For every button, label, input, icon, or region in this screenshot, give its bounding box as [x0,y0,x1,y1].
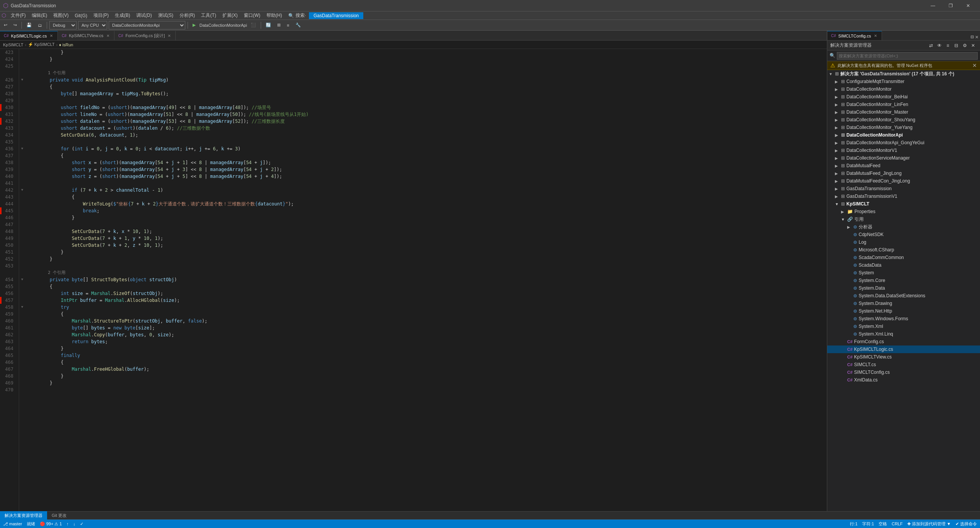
tree-DataMutualFeed[interactable]: ▶ ⊞ DataMutualFeed [827,162,980,169]
debug-config-dropdown[interactable]: Debug Release [49,21,77,29]
tree-ref-Analyzers[interactable]: ▶ ⊚ 分析器 [827,223,980,231]
collapse-all-button[interactable]: ⊟ [952,42,960,49]
tree-ref-SystemDataDataSetExtensions[interactable]: ▶ ⊚ System.Data.DataSetExtensions [827,292,980,300]
tree-ref-SystemXml[interactable]: ▶ ⊚ System.Xml [827,323,980,330]
tree-file-FormConfig[interactable]: ▶ C# FormConfig.cs [827,338,980,345]
status-check[interactable]: ✓ [80,521,83,526]
tree-ref-CdpNetSDK[interactable]: ▶ ⊚ CdpNetSDK [827,231,980,238]
status-down-arrow[interactable]: ↓ [73,521,75,526]
tree-GasDataTransmissionV1[interactable]: ▶ ⊞ GasDataTransmissionV1 [827,192,980,200]
tab-simcltconfig[interactable]: C# SIMCLTConfig.cs ✕ [827,31,882,40]
git-changes-tab[interactable]: Git 更改 [47,511,71,520]
menu-edit[interactable]: 编辑(E) [29,11,50,20]
tree-ref-SystemDrawing[interactable]: ▶ ⊚ System.Drawing [827,300,980,307]
tree-ref-Log[interactable]: ▶ ⊚ Log [827,238,980,246]
tab-close-kpsimcltlogic[interactable]: ✕ [49,33,54,38]
sync-button[interactable]: ⇄ [927,42,935,49]
gutter-458[interactable]: ▼ [19,304,25,311]
solution-root[interactable]: ▼ ⊞ 解决方案 'GasDataTransmission' (17 个项目, … [827,70,980,78]
platform-dropdown[interactable]: Any CPU [78,21,107,29]
status-errors[interactable]: 🔴 99+ ⚠ 1 [40,521,62,526]
menu-tools[interactable]: 工具(T) [198,11,219,20]
menu-view[interactable]: 视图(V) [50,11,72,20]
tree-file-XmlData[interactable]: ▶ C# XmlData.cs [827,376,980,384]
save-all-button[interactable]: 🗂 [36,21,44,29]
tree-DataCollectionMonitor_YueYang[interactable]: ▶ ⊞ DataCollectionMonitor_YueYang [827,124,980,131]
breadcrumb-kpsimclt[interactable]: KpSIMCLT [3,42,23,47]
tree-DataCollectionMonitorV1[interactable]: ▶ ⊞ DataCollectionMonitorV1 [827,147,980,154]
menu-debug[interactable]: 调试(D) [133,11,155,20]
tree-GasDataTransmission[interactable]: ▶ ⊞ GasDataTransmission [827,185,980,192]
tree-Properties[interactable]: ▶ 📁 Properties [827,208,980,215]
tree-ref-SystemNetHttp[interactable]: ▶ ⊚ System.Net.Http [827,307,980,315]
status-git-icon[interactable]: ⎇ master [3,521,22,526]
tab-close-kpsimcltview[interactable]: ✕ [106,33,110,38]
menu-extensions[interactable]: 扩展(X) [219,11,241,20]
tree-KpSIMCLT[interactable]: ▼ ⊞ KpSIMCLT [827,200,980,208]
panel-close-btn[interactable]: ✕ [969,42,977,49]
maximize-button[interactable]: ❐ [942,0,959,11]
tree-ref-SystemCore[interactable]: ▶ ⊚ System.Core [827,277,980,284]
tab-formconfig[interactable]: C# FormConfig.cs [设计] ✕ [114,31,176,40]
tree-DataCollectionMonitorApi_GongYeGui[interactable]: ▶ ⊞ DataCollectionMonitorApi_GongYeGui [827,139,980,147]
start-button[interactable]: ▶ [190,21,198,29]
tree-DataCollectionMonitor_LinFen[interactable]: ▶ ⊞ DataCollectionMonitor_LinFen [827,101,980,108]
tree-DataCollectionMonitor_BeiHai[interactable]: ▶ ⊞ DataCollectionMonitor_BeiHai [827,93,980,101]
toolbar-btn-1[interactable]: ⊞ [275,21,283,29]
tree-file-SIMCLTConfig[interactable]: ▶ C# SIMCLTConfig.cs [827,368,980,376]
menu-help[interactable]: 帮助(H) [263,11,285,20]
redo-button[interactable]: ↪ [11,21,19,29]
filter-button[interactable]: ≡ [944,42,952,49]
gutter-454[interactable]: ▼ [19,276,25,283]
stop-button[interactable]: ⬛ [248,21,258,29]
tree-DataCollectionMonitor[interactable]: ▶ ⊞ DataCollectionMonitor [827,85,980,93]
menu-search[interactable]: 🔍 搜索· [285,11,309,20]
tab-close-formconfig[interactable]: ✕ [167,33,172,38]
menu-test[interactable]: 测试(S) [155,11,176,20]
tree-DataCollectionMonitorApi[interactable]: ▶ ⊞ DataCollectionMonitorApi [827,131,980,139]
gutter-426[interactable]: ▼ [19,77,25,83]
gutter-442[interactable]: ▼ [19,187,25,194]
tree-DataMutualFeed_JingLong[interactable]: ▶ ⊞ DataMutualFeed_JingLong [827,169,980,177]
tree-References[interactable]: ▼ 🔗 引用 [827,215,980,223]
tree-DataCollectionServiceManager[interactable]: ▶ ⊞ DataCollectionServiceManager [827,154,980,162]
select-command[interactable]: ✔ 选择命令 [956,521,977,527]
tree-ConfigurableMqttTransmitter[interactable]: ▶ ⊞ ConfigurableMqttTransmitter [827,78,980,85]
panel-split-icon[interactable]: ⊟ [970,34,973,40]
menu-build[interactable]: 生成(B) [112,11,133,20]
add-to-source-control[interactable]: ✚ 添加到源代码管理 ▼ [907,521,951,527]
close-button[interactable]: ✕ [959,0,977,11]
tree-file-KpSIMCLTView[interactable]: ▶ C# KpSIMCLTView.cs [827,353,980,361]
tab-close-simcltconfig[interactable]: ✕ [873,33,878,38]
status-up-arrow[interactable]: ↑ [67,521,69,526]
tree-DataCollectionMonitor_Master[interactable]: ▶ ⊞ DataCollectionMonitor_Master [827,108,980,116]
tree-ref-MicrosoftCSharp[interactable]: ▶ ⊚ Microsoft.CSharp [827,246,980,254]
tree-ref-System[interactable]: ▶ ⊚ System [827,269,980,277]
toolbar-btn-2[interactable]: ≡ [284,21,291,29]
panel-close-icon[interactable]: ✕ [975,34,978,40]
menu-analyze[interactable]: 分析(R) [176,11,198,20]
tree-ref-ScadaData[interactable]: ▶ ⊚ ScadaData [827,261,980,269]
menu-file[interactable]: 文件(F) [8,11,29,20]
tree-ref-SystemXmlLinq[interactable]: ▶ ⊚ System.Xml.Linq [827,330,980,338]
project-dropdown[interactable]: DataCollectionMonitorApi [109,21,185,29]
tree-DataMutualFeedCon_JingLong[interactable]: ▶ ⊞ DataMutualFeedCon_JingLong [827,177,980,185]
tree-ref-ScadaCommCommon[interactable]: ▶ ⊚ ScadaCommCommon [827,254,980,261]
tree-file-KpSIMCLTLogic[interactable]: ▶ C# KpSIMCLTLogic.cs [827,345,980,353]
tab-kpsimcltlogic[interactable]: C# KpSIMCLTLogic.cs ✕ [0,31,58,40]
tree-ref-SystemData[interactable]: ▶ ⊚ System.Data [827,284,980,292]
gutter-436[interactable]: ▼ [19,145,25,152]
show-all-button[interactable]: 👁 [936,42,943,49]
minimize-button[interactable]: — [924,0,942,11]
nuget-close-button[interactable]: ✕ [972,62,977,68]
refresh-button[interactable]: 🔄 [263,21,273,29]
breadcrumb-method[interactable]: ♦ isRun [59,42,73,47]
menu-project[interactable]: 项目(P) [90,11,112,20]
tree-DataCollectionMonitor_ShouYang[interactable]: ▶ ⊞ DataCollectionMonitor_ShouYang [827,116,980,124]
toolbar-btn-3[interactable]: 🔧 [293,21,303,29]
tab-kpsimcltview[interactable]: C# KpSIMCLTView.cs ✕ [58,31,114,40]
undo-button[interactable]: ↩ [2,21,10,29]
tree-ref-SystemWindowsForms[interactable]: ▶ ⊚ System.Windows.Forms [827,315,980,323]
tree-file-SIMCLT[interactable]: ▶ C# SIMCLT.cs [827,361,980,368]
breadcrumb-class[interactable]: ⚡ KpSIMCLT [28,42,55,47]
